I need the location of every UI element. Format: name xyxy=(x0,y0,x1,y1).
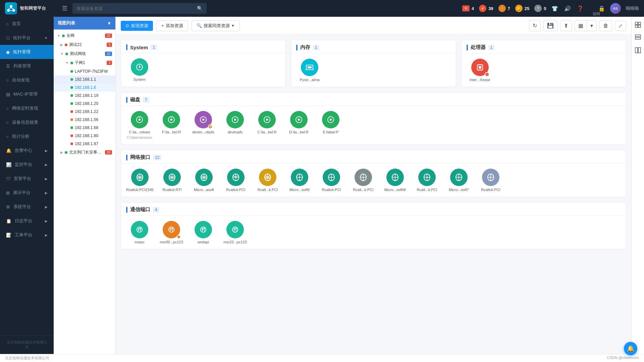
alert-critical[interactable]: ⚡ 39 xyxy=(479,5,493,12)
section-processor-title: 处理器 xyxy=(471,44,486,51)
net-12-label: Rcaltck:PCI xyxy=(481,188,500,192)
right-panel-btn-1[interactable] xyxy=(633,20,643,29)
sidebar-item-log[interactable]: 📋 日志平台 ▶ xyxy=(0,214,54,228)
help-icon[interactable]: ❓ 说明 xyxy=(577,5,592,12)
shirt-icon[interactable]: 👕 xyxy=(551,5,558,12)
resource-net-6[interactable]: Micro...soft9 xyxy=(286,169,313,192)
stats-icon: ○ xyxy=(6,134,9,139)
sidebar-item-system[interactable]: ⚙ 系统平台 ▶ xyxy=(0,200,54,214)
alert-bell[interactable]: 🔔 25 xyxy=(515,5,529,12)
resource-memory[interactable]: Pysic...alma xyxy=(296,59,323,82)
sidebar-item-stats[interactable]: ○ 统计分析 xyxy=(0,129,54,143)
tree-item-ip80[interactable]: 192.168.1.80 xyxy=(54,132,115,140)
disk-4-label: devtmpfs xyxy=(228,130,243,134)
resource-net-9[interactable]: Micro...softW xyxy=(382,169,409,192)
sidebar-item-monitor[interactable]: 📊 监控平台 ▶ xyxy=(0,158,54,172)
tree-item-ip1[interactable]: 192.168.1.1 xyxy=(54,75,115,83)
save-button[interactable]: 💾 xyxy=(543,20,557,31)
right-panel-btn-3[interactable] xyxy=(633,46,643,55)
tree-label-ip56: 192.168.1.56 xyxy=(75,117,112,122)
sidebar-item-net-discover[interactable]: ○ 网络定时发现 xyxy=(0,101,54,115)
tree-item-ip6[interactable]: 192.168.1.6 xyxy=(54,83,115,92)
search-input[interactable] xyxy=(76,6,197,11)
resource-disk-7[interactable]: E:\label:P xyxy=(317,111,344,139)
menu-toggle-button[interactable]: ☰ xyxy=(62,5,67,12)
resource-net-8[interactable]: Rcalt...k:PCI xyxy=(350,169,377,192)
tree-item-ip87[interactable]: 192.168.1.87 xyxy=(54,140,115,148)
resource-com-2[interactable]: ↑ msr00...pc123 xyxy=(158,221,185,244)
search-similar-button[interactable]: 🔍 搜索同类资源 ▼ xyxy=(192,20,240,31)
resource-net-12[interactable]: Rcaltck:PCI xyxy=(477,169,504,192)
resource-disk-3[interactable]: ✕ devtm...nkpfs xyxy=(190,111,217,139)
resource-disk-4[interactable]: devtmpfs xyxy=(222,111,249,139)
tree-item-laptop[interactable]: LAPTOP-7N23FW xyxy=(54,67,115,75)
tree-item-ip68[interactable]: 192.168.1.68 xyxy=(54,124,115,132)
delete-button[interactable]: 🗑 xyxy=(599,20,612,31)
lock-icon[interactable]: 🔒 xyxy=(598,5,605,12)
sidebar-item-topo-manage[interactable]: ◉ 拓扑管理 xyxy=(0,45,54,59)
resource-net-11[interactable]: Micro...soft7 xyxy=(445,169,472,192)
resource-system[interactable]: System xyxy=(126,58,153,81)
tree-item-subnet1[interactable]: ▼ 子网1 3 xyxy=(54,58,115,67)
tree-item-ip56[interactable]: 192.168.1.56 xyxy=(54,116,115,124)
resource-processor[interactable]: ! Inter...Xease xyxy=(467,59,493,82)
sidebar-item-ticket[interactable]: 📝 工单平台 ▶ xyxy=(0,228,54,242)
resource-disk-2[interactable]: F:\la...bel:R xyxy=(158,111,185,139)
resource-net-5[interactable]: Rcalt...k:PCI xyxy=(254,169,281,192)
sidebar-item-security[interactable]: 🛡 安管平台 ▶ xyxy=(0,172,54,186)
chevron-right-icon: ▶ xyxy=(45,149,48,153)
resource-com-4[interactable]: msr23...pc123 xyxy=(222,221,249,244)
net-10-icon xyxy=(418,169,436,186)
add-button[interactable]: + 添加资源 xyxy=(156,20,188,31)
sidebar-item-home[interactable]: ⌂ 首页 xyxy=(0,17,54,31)
right-panel-btn-2[interactable] xyxy=(633,33,643,42)
resource-net-7[interactable]: Rcaltck:PCI xyxy=(318,169,345,192)
alert-question[interactable]: ? 0 xyxy=(534,5,546,12)
sidebar-item-list-manage[interactable]: ☰ 列表管理 xyxy=(0,59,54,73)
tree-label-ip22: 192.168.1.22 xyxy=(75,109,112,114)
tree-item-testnet[interactable]: ▼ 测试网络 10 xyxy=(54,49,115,58)
dot-testnet xyxy=(65,53,68,55)
expand-button[interactable]: ⤢ xyxy=(615,21,626,31)
left-panel: 视图列表 ▼ ▼ 全网 25 ▶ 测试22 5 ▼ 测试网络 xyxy=(54,17,116,354)
notification-bell-button[interactable]: 🔔 xyxy=(624,342,637,355)
list-view-button[interactable]: ▾ xyxy=(587,20,597,31)
view-list-dropdown-icon[interactable]: ▼ xyxy=(107,21,111,26)
dot-ip80 xyxy=(70,134,73,137)
view-list-title: 视图列表 xyxy=(58,20,75,26)
tree-item-fullnet[interactable]: ▼ 全网 25 xyxy=(54,31,115,40)
com-3-label: wsdapi xyxy=(198,240,209,244)
tree-item-beijing[interactable]: ▶ 北京荆门长安事网络... 10 xyxy=(54,148,115,157)
export-button[interactable]: ⬆ xyxy=(560,20,572,31)
tree-arrow-test22: ▶ xyxy=(60,43,63,47)
sidebar-item-device-check[interactable]: ○ 设备信息核查 xyxy=(0,115,54,129)
resource-net-4[interactable]: Rcaltck:PCI xyxy=(222,169,249,192)
sidebar-item-display[interactable]: ⊞ 展示平台 ▶ xyxy=(0,186,54,200)
sidebar-item-mac-ip[interactable]: ▤ MAC-IP管理 xyxy=(0,87,54,101)
tree-item-ip22[interactable]: 192.168.1.22 xyxy=(54,108,115,116)
resource-com-1[interactable]: msrpc xyxy=(126,221,153,244)
sidebar-item-alert[interactable]: 🔔 告警中心 ▶ xyxy=(0,143,54,158)
tree-item-ip20[interactable]: 192.168.1.20 xyxy=(54,100,115,108)
resource-com-3[interactable]: wsdapi xyxy=(190,221,217,244)
resource-disk-5[interactable]: C:\la...bel:R xyxy=(254,111,280,139)
discover-button[interactable]: ⊙ 发现资源 xyxy=(121,21,153,31)
resource-disk-1[interactable]: C:\la...ndows C:\label:windows xyxy=(126,111,153,139)
resource-net-10[interactable]: Rcalt...k:PCI xyxy=(414,169,440,192)
alert-warning[interactable]: ! 7 xyxy=(498,5,510,12)
username[interactable]: 啦啦啦 xyxy=(626,5,639,11)
tree-item-ip19[interactable]: 192.168.1.19 xyxy=(54,92,115,100)
sidebar-item-topology[interactable]: ⬡ 拓扑平台 ▼ xyxy=(0,31,54,45)
resource-disk-6[interactable]: D:\la...bel:R xyxy=(285,111,312,139)
alert-error[interactable]: ✕ 4 xyxy=(462,5,474,11)
sidebar-item-auto-discover[interactable]: ○ 自动发现 xyxy=(0,73,54,87)
avatar[interactable]: ea xyxy=(610,3,621,14)
speaker-icon[interactable]: 🔊 xyxy=(564,5,571,12)
resource-net-1[interactable]: Rcaltck:PCI2345 xyxy=(126,169,154,192)
section-memory-title: 内存 xyxy=(300,44,310,51)
resource-net-3[interactable]: Micro...asoft xyxy=(191,169,217,192)
tree-item-test22[interactable]: ▶ 测试22 5 xyxy=(54,40,115,49)
refresh-button[interactable]: ↻ xyxy=(529,20,541,31)
resource-net-2[interactable]: Rcaltck:RTI xyxy=(159,169,185,192)
grid-view-button[interactable]: ▦ xyxy=(575,20,587,31)
